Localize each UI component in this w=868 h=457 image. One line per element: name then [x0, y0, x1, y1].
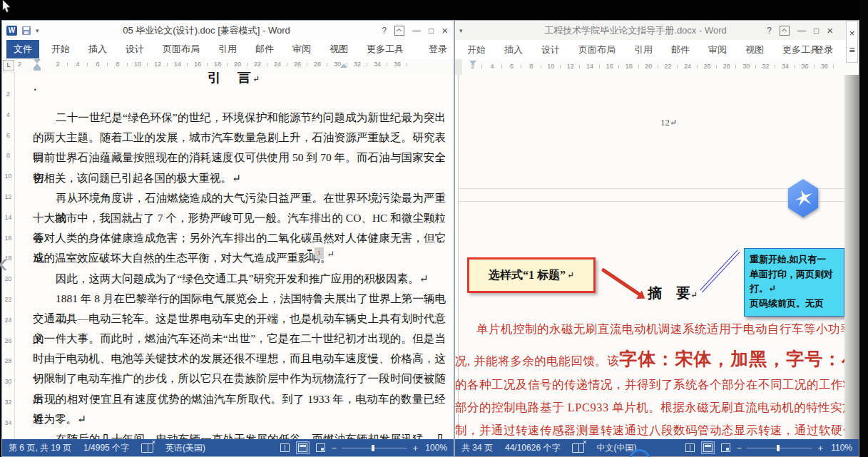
page-indicator[interactable]: 共 34 页 — [461, 442, 493, 454]
ruler-number: 20 — [228, 61, 247, 68]
sign-in-link[interactable]: 登录 — [815, 41, 833, 59]
right-window-title: 工程技术学院毕业论文指导手册.docx - Word — [498, 21, 773, 40]
left-status-bar: 第 6 页, 共 19 页 1/4995 个字 英语(美国) − + 100% — [2, 439, 454, 456]
print-layout-active[interactable] — [296, 441, 310, 454]
ribbon-tab[interactable]: 设计 — [532, 41, 569, 59]
ruler-number: 14 — [580, 63, 599, 70]
maximize-button[interactable]: □ — [429, 26, 434, 35]
zoom-in-button[interactable]: + — [412, 443, 418, 453]
left-titlebar[interactable]: W ▾ 05 毕业论文(设计).doc [兼容模式] - Word ? — □ … — [2, 21, 454, 40]
ribbon-tab[interactable]: 插入 — [79, 40, 116, 58]
qat-dropdown-icon[interactable]: ▾ — [459, 27, 463, 34]
tab-selector-icon[interactable]: L — [3, 60, 14, 71]
style-callout-box[interactable]: 选样式“1 标题”↵ — [467, 257, 596, 293]
page-indicator[interactable]: 第 6 页, 共 19 页 — [9, 442, 71, 454]
horizontal-ruler[interactable]: L 2 24681012141618202224262830323436 — [2, 58, 454, 73]
language-indicator[interactable]: 英语(美国) — [165, 442, 205, 454]
ruler-margin-block — [455, 59, 462, 75]
ribbon-tab[interactable]: 引用 — [625, 41, 662, 59]
tab-file[interactable]: 文件 — [6, 40, 39, 58]
ruler-number: 24 — [267, 61, 287, 68]
ribbon-tab[interactable]: 设计 — [116, 40, 153, 58]
zoom-control: − + 110% — [737, 443, 852, 453]
zoom-percentage[interactable]: 110% — [828, 443, 852, 453]
zoom-slider[interactable] — [342, 448, 407, 448]
document-page[interactable]: 12↵ 选样式“1 标题”↵ 摘 要↵ 重新开始,如只有一单面打印，两页则对打。… — [455, 75, 844, 439]
close-button[interactable]: × — [827, 25, 833, 36]
document-line: 十大城市中，我国就占了 7 个，形势严峻可见一般。汽车排出的 CO、HC 和微尘… — [33, 208, 446, 228]
right-titlebar[interactable]: ▾ 工程技术学院毕业论文指导手册.docx - Word ? — □ × — [455, 21, 859, 40]
zoom-slider-thumb[interactable] — [372, 445, 374, 451]
ribbon-tab[interactable]: 邮件 — [662, 41, 699, 59]
ribbon-tab[interactable]: 开始 — [458, 41, 495, 59]
word-count[interactable]: 44/10626 个字 — [505, 442, 560, 454]
vertical-scrollbar[interactable] — [844, 75, 859, 439]
ribbon-tab[interactable]: 审阅 — [699, 41, 736, 59]
red-text-line: 部分的控制电路基于 LPC933 单片机。根据永磁无刷直流电动机的特性实施脉 — [455, 400, 844, 416]
horizontal-ruler[interactable]: 2468101214161820222426283032343638 — [455, 59, 859, 76]
document-page[interactable]: 引 言↵ ▪ 二十一世纪是“绿色环保”的世纪，环境保护和能源节约问题成为新世纪最… — [15, 72, 454, 439]
zoom-out-button[interactable]: − — [332, 443, 337, 453]
zoom-in-button[interactable]: + — [817, 443, 823, 453]
ribbon-tab[interactable]: 页面布局 — [153, 40, 209, 58]
ribbon-tab[interactable]: 插入 — [495, 41, 532, 59]
paragraph-mark: ↵ — [567, 270, 574, 281]
first-line-indent-marker[interactable] — [469, 61, 476, 65]
text-cursor — [307, 250, 312, 260]
left-window-controls: ? — □ × — [382, 21, 448, 40]
ribbon-tab[interactable]: 开始 — [42, 40, 79, 58]
zoom-percentage[interactable]: 100% — [423, 443, 447, 453]
maximize-button[interactable]: □ — [814, 26, 819, 35]
help-button[interactable]: ? — [767, 26, 772, 35]
ruler-number: 36 — [795, 63, 815, 70]
note-callout-box[interactable]: 重新开始,如只有一单面打印，两页则对打。↵页码续前页。无页 — [744, 248, 844, 317]
word-window-thesis: W ▾ 05 毕业论文(设计).doc [兼容模式] - Word ? — □ … — [1, 20, 454, 457]
ribbon-tab[interactable]: 视图 — [736, 41, 773, 59]
indent-marker-right[interactable] — [340, 63, 347, 68]
minimize-button[interactable]: — — [412, 26, 421, 35]
proofing-icon[interactable] — [572, 443, 584, 453]
ribbon-options-icon[interactable] — [394, 26, 404, 36]
read-mode-icon[interactable] — [280, 443, 290, 452]
ruler-number: 6 — [88, 61, 108, 68]
document-line: 交通工具—电动三轮车。这是世界电动车史的开端，也是机动车辆史上具有划时代意义 — [33, 309, 446, 329]
ribbon-tab[interactable]: 审阅 — [283, 40, 320, 58]
zoom-slider[interactable] — [747, 448, 812, 448]
footnote-marker[interactable]: 1 — [315, 247, 324, 259]
paragraph-mark: ↵ — [690, 290, 698, 300]
ribbon-tab[interactable]: 更多工具 — [357, 40, 413, 58]
read-mode-icon[interactable] — [685, 443, 695, 452]
ribbon-tab[interactable]: 视图 — [320, 40, 357, 58]
thunder-download-icon[interactable] — [786, 179, 820, 217]
ribbon-tab[interactable]: 引用 — [209, 40, 246, 58]
overlay-close-icon[interactable]: × — [849, 29, 855, 38]
paragraph-mark: ↵ — [327, 249, 335, 260]
help-button[interactable]: ? — [382, 26, 387, 35]
overlay-chevron-left-icon[interactable]: ‹ — [0, 248, 8, 279]
indent-marker-left[interactable] — [34, 59, 41, 71]
sign-in-link[interactable]: 登录 — [429, 40, 447, 58]
save-icon[interactable] — [22, 26, 31, 35]
proofing-icon[interactable] — [141, 443, 153, 453]
document-line: 再从环境角度讲，石油燃烧造成的大气污染日益严重。在世界环境污染最为严重的 — [33, 188, 446, 208]
right-ribbon-tab-row: 开始插入设计页面布局引用邮件审阅视图更多工具 登录 — [455, 41, 859, 59]
web-layout-icon[interactable] — [721, 443, 730, 452]
word-count[interactable]: 1/4995 个字 — [83, 442, 129, 454]
zoom-out-button[interactable]: − — [737, 443, 742, 453]
qat-dropdown-icon[interactable]: ▾ — [36, 27, 39, 34]
zoom-slider-thumb[interactable] — [777, 445, 780, 451]
ribbon-tab[interactable]: 邮件 — [246, 40, 283, 58]
ruler-number: 20 — [639, 63, 658, 70]
ruler-numbers: 24681012141618202224262830323436 — [48, 61, 407, 68]
document-text[interactable]: 二十一世纪是“绿色环保”的世纪，环境保护和能源节约问题成为新世纪最为突出的两大主… — [33, 108, 446, 439]
overlay-menu-icon[interactable]: ≡ — [849, 45, 854, 55]
close-button[interactable]: × — [441, 25, 448, 36]
ribbon-options-icon[interactable] — [780, 26, 790, 36]
ribbon-tab[interactable]: 页面布局 — [569, 41, 625, 59]
zoom-control: − + 100% — [332, 443, 447, 453]
minimize-button[interactable]: — — [797, 26, 806, 35]
web-layout-icon[interactable] — [316, 443, 325, 452]
left-window-title: 05 毕业论文(设计).doc [兼容模式] - Word — [45, 21, 368, 40]
print-layout-active[interactable] — [701, 441, 715, 454]
language-indicator[interactable]: 中文(中国) — [596, 442, 636, 454]
